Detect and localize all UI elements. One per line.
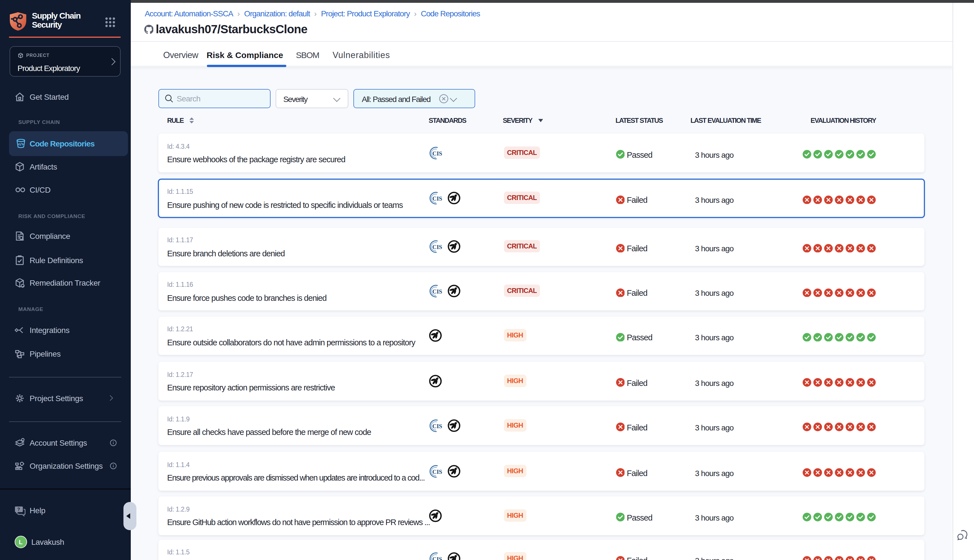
svg-text:?: ? — [17, 507, 20, 512]
svg-text:CIS: CIS — [432, 423, 442, 429]
svg-text:CIS: CIS — [432, 244, 442, 250]
svg-text:CIS: CIS — [432, 468, 442, 475]
svg-text:CIS: CIS — [432, 288, 442, 295]
svg-text:CIS: CIS — [432, 195, 442, 202]
svg-text:CIS: CIS — [432, 150, 442, 157]
svg-text:CIS: CIS — [432, 556, 442, 560]
